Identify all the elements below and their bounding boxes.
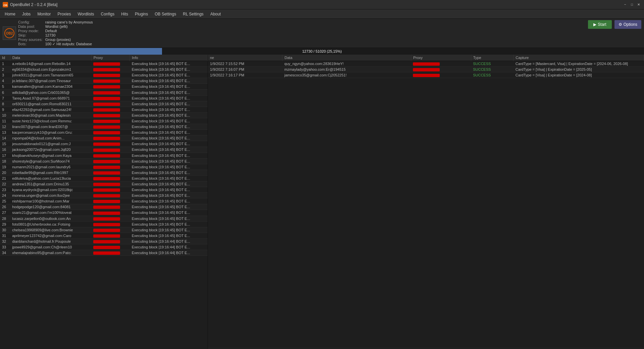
hit-type: SUCCESS	[471, 61, 514, 67]
bots-col-id: Id	[0, 55, 10, 61]
bot-info: Executing block [19:16:45] BOT E...	[130, 72, 208, 78]
table-row: 9 efaz42292@gmail.com:Samusaz24! Executi…	[0, 107, 208, 112]
menu-item-hits[interactable]: Hits	[118, 10, 131, 18]
table-row: 8 or830211@gmail.com:Romo830211 Executin…	[0, 101, 208, 107]
bot-id: 23	[0, 187, 10, 193]
hit-data: jamescoco35@gmail.com:Cj2052251!	[282, 72, 411, 78]
bot-info: Executing block [19:16:45] BOT E...	[130, 187, 208, 193]
start-icon: ▶	[593, 22, 596, 27]
menu-item-plugins[interactable]: Plugins	[131, 10, 151, 18]
bot-info: Executing block [19:16:45] BOT E...	[130, 164, 208, 170]
menu-item-ob-settings[interactable]: OB Settings	[151, 10, 179, 18]
bot-proxy	[91, 181, 130, 187]
table-row: 5 kamaeallen@gmail.com:Kamae2304 Executi…	[0, 84, 208, 90]
bot-info: Executing block [19:16:45] BOT E...	[130, 101, 208, 107]
start-label: Start	[598, 22, 606, 27]
menu-item-rl-settings[interactable]: RL Settings	[179, 10, 207, 18]
bot-data: kacpercesarczyk10@gmail.com:Gru:	[10, 130, 91, 135]
hits-table-scroll[interactable]: ne Data Proxy Type Capture 1/9/2022 7:15…	[208, 55, 644, 348]
config-value: raising cane's by Anonymous	[45, 20, 93, 24]
bot-data: jesusmaldonado0121@gmail.com:J	[10, 141, 91, 147]
bot-id: 14	[0, 135, 10, 141]
hits-col-capture: Capture	[514, 55, 644, 61]
hit-type: SUCCESS	[471, 72, 514, 78]
bot-data: or830211@gmail.com:Romo830211	[10, 101, 91, 107]
table-row: 4 jo.leblanc.007@gmail.com:Tinosaur Exec…	[0, 78, 208, 84]
table-row: 1/9/2022 7:16:07 PM mzmaylady@yahoo.com:…	[208, 67, 644, 72]
bot-proxy	[91, 158, 130, 164]
bot-proxy	[91, 233, 130, 238]
bot-data: andrew1351@gmail.com:Drinu135	[10, 181, 91, 187]
options-button[interactable]: ⚙ Options	[614, 20, 641, 29]
datapool-value: Wordlist (jefit)	[45, 24, 93, 28]
maximize-button[interactable]: □	[629, 2, 635, 7]
table-row: 32 dianblanchard@hotmail.fr:Poupoule Exe…	[0, 238, 208, 244]
menu-item-about[interactable]: About	[207, 10, 224, 18]
menu-item-home[interactable]: Home	[1, 10, 19, 18]
menu-item-configs[interactable]: Configs	[98, 10, 118, 18]
hit-capture: CardType = [Mastercard, Visa] | Expirati…	[514, 61, 644, 67]
main-content: Id Data Proxy Info 1 a.rebollo14@gmail.c…	[0, 55, 644, 349]
hits-col-ne: ne	[208, 55, 282, 61]
bot-data: kyana.wydryck@gmail.com:02018bjc	[10, 187, 91, 193]
proxysources-value: Group (proxies)	[45, 38, 93, 42]
menu-item-proxies[interactable]: Proxies	[54, 10, 74, 18]
bot-proxy	[91, 175, 130, 181]
bot-id: 34	[0, 250, 10, 256]
bot-data: aprilmeyer123742@gmail.com:Caro	[10, 233, 91, 238]
app-icon: OB	[3, 2, 8, 7]
bot-proxy	[91, 107, 130, 112]
table-row: 19 numanm2021@gmail.com:laundry6 Executi…	[0, 164, 208, 170]
menu-item-wordlists[interactable]: Wordlists	[74, 10, 97, 18]
table-row: 31 aprilmeyer123742@gmail.com:Caro Execu…	[0, 233, 208, 238]
table-row: 6 willcball@yahoo.com:Crb031065@ Executi…	[0, 90, 208, 95]
table-row: 1/9/2022 7:16:17 PM jamescoco35@gmail.co…	[208, 72, 644, 78]
progress-bar-container: 12730 / 51020 (25,15%)	[0, 48, 644, 55]
app-logo: OB2	[3, 26, 16, 40]
hit-capture: CardType = [Visa] | ExpirationDate = [20…	[514, 72, 644, 78]
bot-info: Executing block [19:16:45] BOT E...	[130, 204, 208, 210]
minimize-button[interactable]: −	[623, 2, 628, 7]
bot-data: ediluleiva@yahoo.com:Lucia13lucia	[10, 175, 91, 181]
bot-proxy	[91, 153, 130, 158]
bot-proxy	[91, 250, 130, 256]
bot-info: Executing block [19:16:45] BOT E...	[130, 141, 208, 147]
bot-info: Executing block [19:16:45] BOT E...	[130, 210, 208, 216]
hit-proxy	[411, 67, 471, 72]
bot-data: xhemalajrabino95@gmail.com:Pato:	[10, 250, 91, 256]
bot-proxy	[91, 221, 130, 227]
bots-table-scroll[interactable]: Id Data Proxy Info 1 a.rebollo14@gmail.c…	[0, 55, 208, 349]
options-icon: ⚙	[619, 22, 622, 27]
table-row: 17 khojibaevkhuseyn@gmail.com:Kaya Execu…	[0, 153, 208, 158]
bot-data: shorestyle@gmail.com:SurMoon74	[10, 158, 91, 164]
right-hits-area: ne Data Proxy Type Capture 1/9/2022 7:15…	[208, 55, 644, 348]
bot-id: 33	[0, 244, 10, 250]
bot-proxy	[91, 227, 130, 233]
table-row: 12 liranc007@gmail.com:liranE007@ Execut…	[0, 124, 208, 130]
proxysources-label: Proxy sources:	[18, 38, 43, 42]
bots-label: Bots:	[18, 42, 43, 46]
start-button[interactable]: ▶ Start	[588, 20, 611, 29]
bot-data: robeltadle99@gmail.com:Rttr1997	[10, 170, 91, 175]
svg-text:OB: OB	[3, 4, 7, 7]
bot-proxy	[91, 187, 130, 193]
bot-data: hodgepodge120@gmail.com:84081	[10, 204, 91, 210]
bot-info: Executing block [19:16:45] BOT E...	[130, 175, 208, 181]
bot-proxy	[91, 244, 130, 250]
close-button[interactable]: ✕	[636, 2, 641, 7]
bot-data: efaz42292@gmail.com:Samusaz24!	[10, 107, 91, 112]
bot-info: Executing block [19:16:45] BOT E...	[130, 193, 208, 198]
table-row: 27 ssaric21@gmail.com:I'm100%loveat Exec…	[0, 210, 208, 216]
bot-proxy	[91, 135, 130, 141]
menu-item-jobs[interactable]: Jobs	[19, 10, 34, 18]
hit-proxy	[411, 72, 471, 78]
bot-data: a.rebollo14@gmail.com:Rebollin.14	[10, 61, 91, 67]
bot-data: fots0801@Usherbrooke.ca::Fotsing	[10, 221, 91, 227]
bot-proxy	[91, 124, 130, 130]
menu-item-monitor[interactable]: Monitor	[34, 10, 54, 18]
table-row: 26 hodgepodge120@gmail.com:84081 Executi…	[0, 204, 208, 210]
bot-data: jacksong20072e@gmail.com:Jq820	[10, 147, 91, 153]
table-row: 21 ediluleiva@yahoo.com:Lucia13lucia Exe…	[0, 175, 208, 181]
bots-col-proxy: Proxy	[91, 55, 130, 61]
options-label: Options	[624, 22, 637, 27]
